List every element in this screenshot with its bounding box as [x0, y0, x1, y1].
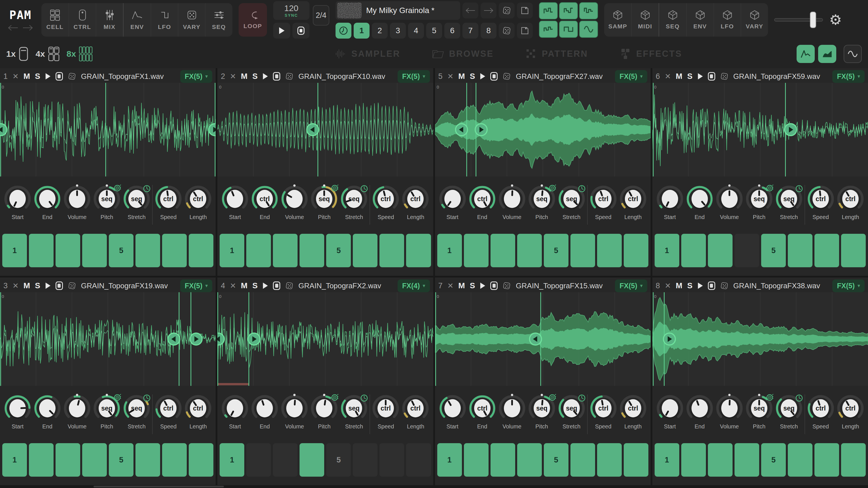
knob-volume[interactable]: Volume: [715, 184, 744, 221]
end-marker-handle[interactable]: [475, 124, 487, 136]
pattern-button-3[interactable]: 3: [390, 23, 406, 38]
end-marker-handle[interactable]: [209, 124, 216, 136]
solo-button[interactable]: S: [252, 72, 257, 81]
step-2[interactable]: [464, 234, 489, 267]
remove-cell-icon[interactable]: ✕: [665, 282, 671, 290]
step-8[interactable]: [406, 443, 431, 477]
step-1[interactable]: 1: [2, 234, 27, 267]
layout-4x-label[interactable]: 4x: [35, 49, 45, 59]
stop-cell-icon[interactable]: [273, 282, 280, 290]
step-5[interactable]: 5: [109, 443, 133, 477]
project-randomize-button[interactable]: [499, 3, 515, 19]
knob-stretch[interactable]: seqStretch: [340, 184, 368, 221]
knob-end[interactable]: ctrlEnd: [250, 184, 279, 221]
knob-pitch[interactable]: seqPitch: [745, 184, 773, 221]
layout-4x-icon[interactable]: [48, 46, 60, 62]
knob-end[interactable]: End: [685, 393, 714, 430]
env-mode-button[interactable]: ENV: [124, 3, 151, 37]
stop-cell-icon[interactable]: [56, 72, 63, 81]
step-4[interactable]: [517, 443, 542, 477]
step-7[interactable]: [814, 443, 839, 477]
end-marker-handle[interactable]: [248, 333, 260, 345]
step-3[interactable]: [273, 443, 298, 477]
play-button[interactable]: [273, 23, 290, 38]
step-2[interactable]: [464, 443, 489, 477]
knob-volume[interactable]: Volume: [63, 184, 91, 221]
step-6[interactable]: [570, 443, 595, 477]
step-6[interactable]: [135, 234, 160, 267]
step-4[interactable]: [735, 443, 759, 477]
redo-arrow-icon[interactable]: [22, 24, 33, 31]
pattern-button-2[interactable]: 2: [372, 23, 388, 38]
knob-length[interactable]: ctrlLength: [401, 393, 430, 430]
step-3[interactable]: [273, 234, 298, 267]
lfo-module-button[interactable]: LFO: [714, 3, 741, 37]
tab-sampler[interactable]: SAMPLER: [334, 48, 400, 60]
fx-dropdown[interactable]: FX(5)▾: [832, 70, 865, 83]
play-cell-icon[interactable]: [480, 73, 486, 80]
stop-cell-icon[interactable]: [490, 72, 498, 81]
step-5[interactable]: 5: [761, 234, 786, 267]
step-3[interactable]: [56, 443, 80, 477]
waveform-display[interactable]: 0: [652, 83, 868, 176]
remove-cell-icon[interactable]: ✕: [230, 72, 236, 81]
pattern-button-6[interactable]: 6: [444, 23, 460, 38]
step-7[interactable]: [379, 443, 404, 477]
play-cell-icon[interactable]: [262, 73, 268, 80]
knob-speed[interactable]: ctrlSpeed: [154, 393, 183, 430]
project-save-button[interactable]: [517, 3, 533, 19]
knob-length[interactable]: ctrlLength: [619, 393, 647, 430]
step-8[interactable]: [624, 443, 648, 477]
step-2[interactable]: [246, 234, 271, 267]
step-1[interactable]: 1: [437, 234, 462, 267]
knob-start[interactable]: Start: [3, 184, 32, 221]
step-6[interactable]: [135, 443, 160, 477]
start-marker-handle[interactable]: [217, 333, 224, 345]
fx-dropdown[interactable]: FX(5)▾: [615, 280, 647, 292]
waveform-display[interactable]: 0: [0, 292, 216, 386]
lfo-mode-button[interactable]: LFO: [151, 3, 178, 37]
randomize-sample-icon[interactable]: [285, 72, 293, 81]
randomize-sample-icon[interactable]: [720, 72, 728, 81]
knob-stretch[interactable]: seqStretch: [340, 393, 368, 430]
midi-module-button[interactable]: MIDI: [631, 3, 658, 37]
step-7[interactable]: [597, 443, 622, 477]
step-8[interactable]: [406, 234, 431, 267]
solo-button[interactable]: S: [35, 281, 40, 290]
step-7[interactable]: [162, 443, 187, 477]
knob-start[interactable]: Start: [221, 184, 249, 221]
project-back-button[interactable]: [463, 3, 478, 19]
play-cell-icon[interactable]: [262, 282, 268, 289]
randomize-sample-icon[interactable]: [285, 282, 293, 290]
step-4[interactable]: [517, 234, 542, 267]
knob-end[interactable]: End: [250, 393, 279, 430]
sample-filename[interactable]: GRAIN_TopograFX19.wav: [81, 282, 168, 290]
knob-length[interactable]: ctrlLength: [184, 393, 212, 430]
step-3[interactable]: [491, 234, 515, 267]
knob-end[interactable]: End: [685, 184, 714, 221]
end-marker-handle[interactable]: [785, 124, 797, 136]
end-marker-handle[interactable]: [663, 333, 675, 345]
project-title-bar[interactable]: My Milky Grainola *: [336, 1, 460, 20]
knob-pitch[interactable]: seqPitch: [310, 184, 338, 221]
step-4[interactable]: [82, 234, 107, 267]
ctrl-mode-button[interactable]: CTRL: [69, 3, 96, 37]
step-8[interactable]: [189, 234, 213, 267]
bottom-scrollbar[interactable]: [0, 485, 868, 488]
knob-start[interactable]: Start: [221, 393, 249, 430]
knob-length[interactable]: ctrlLength: [184, 184, 212, 221]
view-sine-button[interactable]: [844, 45, 862, 63]
mute-button[interactable]: M: [676, 281, 682, 290]
step-4[interactable]: [82, 443, 107, 477]
settings-gear-icon[interactable]: ⚙: [829, 13, 842, 27]
knob-length[interactable]: ctrlLength: [836, 184, 865, 221]
play-cell-icon[interactable]: [45, 282, 51, 289]
undo-arrow-icon[interactable]: [8, 24, 19, 31]
bpm-display[interactable]: 120 SYNC: [273, 1, 309, 20]
solo-button[interactable]: S: [470, 281, 475, 290]
step-7[interactable]: [379, 234, 404, 267]
step-3[interactable]: [56, 234, 80, 267]
mod-shape-step2-button[interactable]: [559, 2, 578, 19]
knob-speed[interactable]: ctrlSpeed: [154, 184, 183, 221]
slider-handle[interactable]: [810, 11, 816, 28]
